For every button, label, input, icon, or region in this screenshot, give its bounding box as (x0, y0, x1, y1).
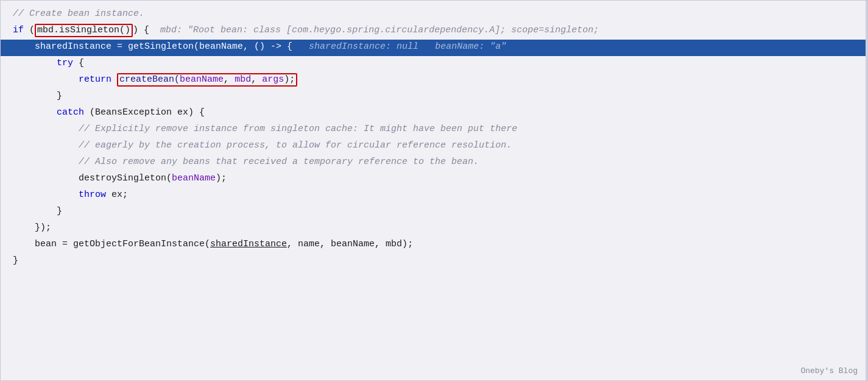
debug-comment-mbd: mbd: "Root bean: class [com.heygo.spring… (160, 23, 599, 38)
code-line-6: } (1, 89, 867, 105)
indent-return (13, 73, 79, 88)
keyword-throw: throw (79, 188, 106, 203)
code-line-10: // Also remove any beans that received a… (1, 155, 867, 171)
catch-paren: (BeansException ex) { (84, 105, 205, 121)
code-line-12: throw ex; (1, 188, 867, 204)
rest-params: , name, beanName, mbd); (287, 237, 413, 252)
param-beanname: beanName (180, 74, 224, 85)
close-catch: } (13, 204, 62, 219)
close-try: } (13, 89, 62, 104)
mbd-issingleton-box: mbd.isSingleton() (35, 24, 133, 37)
code-line-15: bean = getObjectForBeanInstance(sharedIn… (1, 237, 867, 254)
indent-try (13, 56, 57, 71)
keyword-if: if (13, 23, 24, 38)
comment-create-bean: // Create bean instance. (13, 7, 144, 22)
method-createbean: createBean( (119, 74, 180, 85)
comment-explicitly: // Explicitly remove instance from singl… (13, 122, 517, 137)
keyword-try: try (57, 56, 73, 71)
close-paren: ); (284, 74, 295, 85)
param-args: args (262, 74, 284, 85)
plain-space (111, 73, 117, 88)
comma2: , (251, 74, 262, 85)
shared-instance-param: sharedInstance (210, 237, 287, 252)
param-beanname-destroy: beanName (172, 171, 216, 187)
keyword-return: return (79, 73, 111, 88)
plain-paren: ( (24, 23, 35, 38)
code-line-3: sharedInstance = getSingleton(beanName, … (1, 40, 867, 56)
comment-also: // Also remove any beans that received a… (13, 155, 479, 170)
bean-assign: bean = getObjectForBeanInstance( (13, 237, 210, 252)
code-area: // Create bean instance. if (mbd.isSingl… (1, 1, 867, 276)
code-line-7: catch (BeansException ex) { (1, 105, 867, 122)
watermark: Oneby's Blog (800, 366, 858, 376)
param-mbd: mbd (235, 74, 251, 85)
semicolon-destroy: ); (216, 171, 227, 187)
code-line-9: // eagerly by the creation process, to a… (1, 138, 867, 155)
plain-try-brace: { (73, 56, 84, 71)
mbd-issingleton-text: mbd.isSingleton() (37, 25, 130, 35)
code-line-5: return createBean(beanName, mbd, args); (1, 73, 867, 89)
comment-eagerly: // eagerly by the creation process, to a… (13, 138, 512, 154)
indent-throw (13, 188, 79, 203)
code-line-11: destroySingleton(beanName); (1, 171, 867, 188)
code-line-2: if (mbd.isSingleton()) { mbd: "Root bean… (1, 23, 867, 40)
comma1: , (224, 74, 235, 85)
code-line-1: // Create bean instance. (1, 7, 867, 23)
create-bean-box: createBean(beanName, mbd, args); (117, 73, 297, 87)
code-line-4: try { (1, 56, 867, 73)
keyword-catch: catch (57, 105, 84, 121)
indent-catch (13, 105, 57, 121)
debug-val-shared: sharedInstance: null beanName: "a" (309, 40, 506, 55)
code-line-16: } (1, 254, 867, 270)
close-if: } (13, 254, 18, 269)
indent-destroy: destroySingleton( (13, 171, 172, 187)
shared-instance-assign: sharedInstance = getSingleton(beanName, … (13, 40, 309, 55)
plain-after-paren: ) { (133, 23, 160, 38)
code-container: // Create bean instance. if (mbd.isSingl… (0, 0, 868, 381)
plain-ex: ex; (106, 188, 128, 203)
code-line-8: // Explicitly remove instance from singl… (1, 122, 867, 138)
code-line-13: } (1, 204, 867, 221)
code-line-14: }); (1, 221, 867, 237)
close-getsingleton: }); (13, 221, 51, 236)
